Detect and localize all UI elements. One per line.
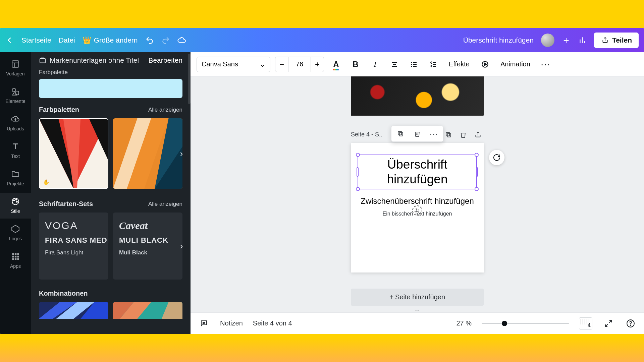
share-button[interactable]: Teilen bbox=[594, 33, 639, 48]
resize-handle[interactable] bbox=[357, 167, 359, 177]
brand-color-swatch[interactable] bbox=[39, 79, 182, 98]
help-icon[interactable] bbox=[625, 317, 637, 329]
fontset-title: Caveat bbox=[119, 220, 176, 231]
rail-item-text[interactable]: T Text bbox=[0, 138, 31, 164]
brand-edit-link[interactable]: Bearbeiten bbox=[148, 56, 182, 64]
apps-icon bbox=[10, 251, 20, 261]
notes-button[interactable]: Notizen bbox=[220, 319, 243, 327]
add-member-icon[interactable]: ＋ bbox=[562, 36, 571, 45]
pages-drawer-handle[interactable]: ︿ bbox=[397, 307, 437, 312]
rail-item-projects[interactable]: Projekte bbox=[0, 166, 31, 191]
page-canvas[interactable]: Überschrift hinzufügen Zwischenüberschri… bbox=[351, 143, 484, 273]
back-icon[interactable] bbox=[5, 36, 14, 45]
svg-point-48 bbox=[411, 62, 412, 63]
rail-item-templates[interactable]: Vorlagen bbox=[0, 56, 31, 81]
page-trash-icon[interactable] bbox=[458, 129, 469, 140]
insights-icon[interactable] bbox=[578, 36, 587, 45]
svg-point-50 bbox=[411, 64, 412, 65]
canvas-viewport[interactable]: Seite 4 - S.. ··· Überschrift hinzufü bbox=[191, 76, 644, 312]
palette-label: Farbpalette bbox=[39, 69, 182, 76]
styles-panel: Markenunterlagen ohne Titel Bearbeiten F… bbox=[31, 52, 191, 334]
page-counter[interactable]: Seite 4 von 4 bbox=[253, 319, 292, 327]
zoom-value[interactable]: 27 % bbox=[456, 319, 472, 327]
resize-handle[interactable] bbox=[356, 187, 360, 191]
fontsets-next-icon[interactable]: › bbox=[176, 240, 187, 252]
redo-icon[interactable] bbox=[161, 36, 170, 45]
regenerate-button[interactable] bbox=[489, 150, 504, 165]
file-menu[interactable]: Datei bbox=[59, 36, 75, 44]
spacing-button[interactable] bbox=[426, 57, 441, 72]
heading-text: Überschrift hinzufügen bbox=[387, 158, 447, 186]
svg-rect-19 bbox=[12, 256, 14, 257]
svg-line-67 bbox=[605, 324, 608, 326]
align-button[interactable] bbox=[387, 57, 402, 72]
combo-card-1[interactable] bbox=[39, 302, 108, 319]
heading-textbox[interactable]: Überschrift hinzufügen bbox=[358, 155, 477, 190]
undo-icon[interactable] bbox=[145, 36, 154, 45]
more-icon[interactable]: ··· bbox=[428, 128, 440, 139]
fontset-card-2[interactable]: Caveat MULI BLACK Muli Black bbox=[113, 213, 182, 280]
rail-item-apps[interactable]: Apps bbox=[0, 248, 31, 274]
fontsets-see-all[interactable]: Alle anzeigen bbox=[148, 201, 182, 207]
svg-point-52 bbox=[411, 66, 412, 67]
svg-rect-21 bbox=[17, 256, 19, 257]
trash-icon[interactable] bbox=[412, 128, 423, 139]
grid-view-button[interactable]: 4 bbox=[579, 317, 592, 329]
resize-handle[interactable] bbox=[356, 153, 360, 157]
document-title[interactable]: Überschrift hinzufügen bbox=[463, 36, 534, 44]
more-options-button[interactable]: ··· bbox=[538, 57, 553, 72]
palette-card-2[interactable] bbox=[113, 118, 182, 189]
animation-icon bbox=[478, 57, 492, 72]
panel-scrollbar[interactable] bbox=[188, 54, 191, 104]
animation-button[interactable]: Animation bbox=[497, 60, 534, 68]
text-color-button[interactable]: A bbox=[329, 57, 343, 72]
rail-label: Apps bbox=[10, 263, 21, 269]
zoom-slider[interactable] bbox=[482, 323, 569, 324]
duplicate-icon[interactable] bbox=[395, 128, 406, 139]
styles-icon bbox=[10, 196, 20, 206]
cloud-sync-icon[interactable] bbox=[177, 36, 186, 45]
font-size-input[interactable] bbox=[288, 57, 311, 72]
brand-kit-name: Markenunterlagen ohne Titel bbox=[50, 56, 139, 64]
combo-card-2[interactable] bbox=[113, 302, 182, 319]
nav-rail: Vorlagen Elemente Uploads T Text Projekt… bbox=[0, 52, 31, 334]
add-page-button[interactable]: + Seite hinzufügen bbox=[351, 289, 484, 306]
rail-label: Logos bbox=[9, 236, 22, 241]
fullscreen-icon[interactable] bbox=[602, 317, 614, 329]
list-button[interactable] bbox=[407, 57, 421, 72]
previous-page-thumbnail[interactable] bbox=[351, 76, 484, 116]
loading-spinner-icon: ↻ bbox=[412, 205, 422, 216]
zoom-thumb[interactable] bbox=[502, 321, 507, 326]
resize-handle[interactable] bbox=[475, 153, 479, 157]
palette-card-1[interactable]: ✋ bbox=[39, 118, 108, 189]
font-size-decrease[interactable]: − bbox=[275, 57, 288, 72]
text-color-icon: A bbox=[333, 60, 339, 69]
font-size-increase[interactable]: + bbox=[311, 57, 324, 72]
svg-rect-61 bbox=[447, 133, 451, 137]
resize-handle[interactable] bbox=[476, 167, 478, 177]
rail-item-elements[interactable]: Elemente bbox=[0, 83, 31, 109]
svg-marker-9 bbox=[12, 92, 17, 95]
effects-button[interactable]: Effekte bbox=[445, 60, 473, 68]
italic-button[interactable]: I bbox=[368, 57, 382, 72]
share-label: Teilen bbox=[612, 36, 632, 44]
rail-item-styles[interactable]: Stile bbox=[0, 193, 31, 219]
home-button[interactable]: Startseite bbox=[21, 36, 51, 44]
resize-button[interactable]: 👑 Größe ändern bbox=[83, 36, 138, 45]
resize-handle[interactable] bbox=[475, 187, 479, 191]
page-share-icon[interactable] bbox=[472, 129, 484, 140]
palettes-see-all[interactable]: Alle anzeigen bbox=[148, 107, 182, 113]
rail-item-logos[interactable]: Logos bbox=[0, 221, 31, 246]
fontset-card-1[interactable]: VOGA FIRA SANS MEDIUM Fira Sans Light bbox=[39, 213, 108, 280]
avatar[interactable] bbox=[541, 34, 554, 47]
rail-label: Stile bbox=[11, 208, 20, 214]
page-duplicate-icon[interactable] bbox=[443, 129, 454, 140]
rail-item-uploads[interactable]: Uploads bbox=[0, 111, 31, 136]
rail-label: Text bbox=[11, 154, 20, 159]
font-family-select[interactable]: Canva Sans ⌄ bbox=[197, 57, 270, 72]
svg-point-13 bbox=[16, 199, 17, 200]
subheading-textbox[interactable]: Zwischenüberschrift hinzufügen bbox=[361, 196, 474, 206]
palettes-next-icon[interactable]: › bbox=[176, 148, 187, 159]
rail-label: Uploads bbox=[7, 126, 24, 131]
bold-button[interactable]: B bbox=[348, 57, 363, 72]
